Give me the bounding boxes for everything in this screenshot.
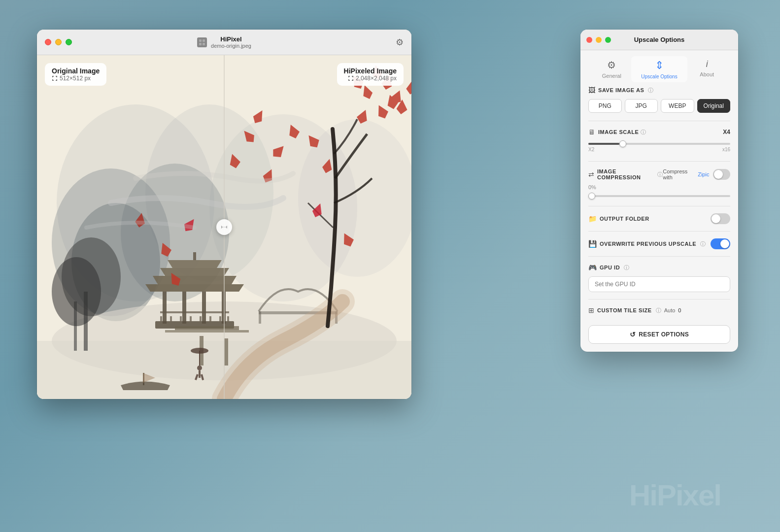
comparison-divider-handle[interactable]	[216, 219, 232, 235]
original-image-size: 512×512 px	[52, 75, 100, 82]
folder-icon: 📁	[588, 215, 597, 223]
svg-rect-29	[160, 316, 162, 321]
compression-slider[interactable]	[588, 193, 730, 199]
main-window: HiPixel demo-origin.jpeg ⚙	[37, 30, 411, 399]
options-content: 🖼 SAVE IMAGE AS ⓘ PNG JPG WEBP Original …	[580, 86, 738, 321]
tab-upscale-options[interactable]: ⇕ Upscale Options	[631, 56, 687, 82]
svg-rect-90	[348, 79, 349, 81]
gpu-icon: 🎮	[588, 264, 597, 271]
svg-rect-17	[74, 301, 77, 351]
format-jpg[interactable]: JPG	[625, 99, 658, 113]
svg-rect-86	[348, 76, 349, 77]
compression-left: ⇄ IMAGE COMPRESSION ⓘ	[588, 168, 663, 180]
svg-rect-35	[219, 316, 221, 321]
scale-icon: 🖥	[588, 128, 595, 136]
options-panel: Upscale Options ⚙ General ⇕ Upscale Opti…	[580, 30, 738, 352]
gpu-id-input[interactable]	[588, 276, 730, 292]
options-traffic-lights	[586, 37, 611, 43]
background-decoration: HiPixel	[629, 478, 721, 512]
output-folder-knob	[712, 214, 720, 223]
image-area: Original Image 512×512 px	[37, 55, 411, 399]
title-bar-right: ⚙	[396, 37, 404, 48]
custom-tile-info: ⓘ	[656, 307, 661, 314]
original-image-title: Original Image	[52, 67, 100, 75]
svg-rect-71	[199, 370, 201, 378]
gpu-id-section: 🎮 GPU ID ⓘ	[588, 264, 730, 299]
svg-rect-41	[224, 338, 228, 366]
hipixeled-image-size: 2,048×2,048 px	[344, 75, 397, 82]
options-panel-title: Upscale Options	[634, 36, 685, 43]
image-scale-title: IMAGE SCALE	[598, 129, 639, 135]
tile-value: 0	[678, 307, 681, 313]
svg-rect-38	[259, 311, 261, 324]
options-minimize-button[interactable]	[596, 37, 602, 43]
output-folder-left: 📁 OUTPUT FOLDER	[588, 215, 649, 223]
overwrite-left: 💾 OVERWRITE PREVIOUS UPSCALE ⓘ	[588, 240, 706, 248]
compression-toggle[interactable]	[713, 169, 730, 180]
output-folder-title: OUTPUT FOLDER	[600, 216, 649, 222]
svg-rect-0	[199, 39, 202, 42]
about-tab-icon: i	[706, 59, 708, 69]
svg-rect-19	[163, 292, 167, 324]
compression-right: Compress with Zipic	[663, 168, 730, 180]
arrows-icon	[220, 223, 228, 231]
gpu-id-info: ⓘ	[624, 264, 629, 271]
original-image-label: Original Image 512×512 px	[45, 63, 106, 86]
original-size-text: 512×512 px	[60, 75, 91, 82]
format-webp[interactable]: WEBP	[661, 99, 694, 113]
window-title-group: HiPixel demo-origin.jpeg	[211, 35, 251, 49]
compression-title: IMAGE COMPRESSION	[597, 168, 653, 180]
svg-rect-16	[84, 292, 88, 351]
svg-rect-43	[165, 330, 249, 332]
image-scale-slider[interactable]: X2 x16	[588, 141, 730, 154]
svg-point-70	[197, 366, 202, 370]
reset-options-button[interactable]: ↺ RESET OPTIONS	[588, 325, 730, 344]
compression-toggle-knob	[714, 170, 723, 179]
svg-rect-88	[352, 76, 353, 77]
overwrite-title: OVERWRITE PREVIOUS UPSCALE	[600, 241, 696, 247]
format-buttons: PNG JPG WEBP Original	[588, 99, 730, 113]
title-bar-center: HiPixel demo-origin.jpeg	[197, 35, 251, 49]
save-image-header: 🖼 SAVE IMAGE AS ⓘ	[588, 86, 730, 94]
close-button[interactable]	[45, 39, 51, 45]
slider-track	[588, 143, 730, 145]
svg-rect-92	[352, 79, 353, 81]
tab-general[interactable]: ⚙ General	[592, 56, 631, 82]
svg-rect-84	[57, 79, 58, 81]
compression-thumb[interactable]	[588, 193, 595, 200]
tab-about[interactable]: i About	[687, 56, 727, 82]
settings-icon[interactable]: ⚙	[396, 37, 404, 48]
painting: Original Image 512×512 px	[37, 55, 411, 399]
svg-marker-26	[168, 260, 222, 268]
slider-thumb[interactable]	[619, 140, 626, 147]
svg-rect-21	[202, 292, 206, 324]
reset-icon: ↺	[630, 331, 636, 338]
options-title-bar: Upscale Options	[580, 30, 738, 50]
svg-rect-27	[193, 252, 196, 260]
image-scale-info: ⓘ	[641, 129, 646, 136]
save-image-section: 🖼 SAVE IMAGE AS ⓘ PNG JPG WEBP Original	[588, 86, 730, 121]
format-original[interactable]: Original	[697, 99, 731, 113]
image-scale-header: 🖥 IMAGE SCALE ⓘ X4	[588, 128, 730, 136]
save-icon: 🖼	[588, 86, 595, 94]
options-close-button[interactable]	[586, 37, 592, 43]
svg-rect-80	[57, 76, 58, 77]
file-name: demo-origin.jpeg	[211, 43, 251, 49]
slider-max: x16	[722, 147, 730, 152]
upscale-tab-label: Upscale Options	[641, 74, 677, 79]
output-folder-toggle[interactable]	[711, 213, 730, 224]
minimize-button[interactable]	[55, 39, 62, 45]
about-tab-label: About	[700, 71, 714, 77]
overwrite-toggle[interactable]	[711, 238, 730, 249]
slider-min: X2	[588, 147, 594, 152]
slider-labels: X2 x16	[588, 147, 730, 152]
options-fullscreen-button[interactable]	[605, 37, 611, 43]
zipic-link[interactable]: Zipic	[698, 171, 709, 177]
svg-rect-42	[175, 326, 239, 330]
fullscreen-button[interactable]	[66, 39, 72, 45]
save-image-info: ⓘ	[648, 87, 653, 94]
save-image-title: SAVE IMAGE AS	[598, 87, 644, 93]
svg-marker-23	[145, 284, 244, 292]
format-png[interactable]: PNG	[588, 99, 622, 113]
hipixeled-image-title: HiPixeled Image	[344, 67, 397, 75]
